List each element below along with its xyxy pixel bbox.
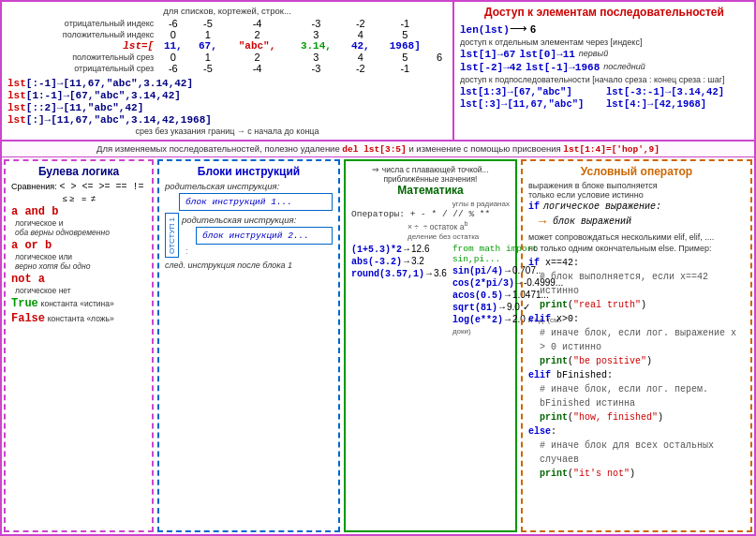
pos-slice-label: положительный срез [7, 52, 156, 63]
neg-idx-6: -1 [378, 18, 432, 29]
neg-index-label: отрицательный индекс [7, 18, 156, 29]
if-example: if логическое выражение: [528, 201, 745, 212]
ps-3: 2 [226, 52, 289, 63]
lst-v2: 67, [190, 40, 225, 52]
ns-5: -2 [343, 63, 378, 74]
pos-idx-6: 5 [378, 29, 432, 40]
ps-2: 1 [190, 52, 225, 63]
neg-idx-3: -4 [226, 18, 289, 29]
ns-3: -4 [226, 63, 289, 74]
pos-idx-5: 4 [343, 29, 378, 40]
ps-7: 6 [432, 52, 447, 63]
and-row: a and b логическое иоба верны одновремен… [11, 205, 146, 237]
top-section: для списков, кортежей, строк... отрицате… [2, 2, 754, 141]
lst-v5: 42, [343, 40, 378, 52]
blocks-title: Блоки инструкций [165, 165, 333, 178]
ex-r3: lst[:3]→[11,67,"abc"] [460, 98, 602, 110]
parent-instr-1: родительская инструкция: [165, 181, 333, 191]
elif-note: может сопровождаться несколькими elif, e… [528, 232, 745, 242]
or-row: a or b логическое иливерно хотя бы одно [11, 239, 146, 271]
ops-note: деление без остатка [408, 232, 510, 241]
len-example: len(lst)⟶ 6 [460, 22, 749, 36]
lst-v1: 11, [156, 40, 190, 52]
ex-r2: lst[-3:-1]→[3.14,42] [606, 86, 749, 97]
parent-instr-2: родительская инструкция: [182, 215, 333, 225]
after-block: след. инструкция после блока 1 [165, 261, 333, 270]
acc-ex1: lst[1]→67 [460, 49, 515, 60]
bottom-note: Для изменяемых последовательностей, поле… [2, 141, 754, 157]
main-container: для списков, кортежей, строк... отрицате… [0, 0, 756, 536]
left-examples: lst[:-1]→[11,67,"abc",3.14,42] lst[1:-1]… [7, 78, 447, 126]
ex-r4: lst[4:]→[42,1968] [606, 98, 749, 110]
neg-idx-1: -6 [156, 18, 190, 29]
sequence-left: для списков, кортежей, строк... отрицате… [2, 2, 454, 140]
blocks-inner: родительская инструкция: блок инструкций… [182, 213, 333, 258]
right-examples: lst[1:3]→[67,"abc"] lst[-3:-1]→[3.14,42]… [460, 86, 749, 110]
ex-left-1: lst[:-1]→[11,67,"abc",3.14,42] [7, 78, 447, 89]
seq-title: Доступ к элементам последовательностей [460, 6, 749, 19]
math-ex3: round(3.57,1)→3.6 [351, 268, 447, 279]
subseq-note: доступ к подпоследовательности [начало с… [460, 75, 749, 84]
block-2: блок инструкций 2... [196, 227, 333, 245]
access-note: доступ к отдельным элементам через [инде… [460, 37, 749, 47]
lst-v4: 3.14, [289, 40, 344, 52]
ex-left-2: lst[1:-1]→[67,"abc",3.14,42] [7, 90, 447, 101]
else-note: но только одним окончательным else. Прим… [528, 244, 745, 253]
conditional-section: Условный оператор выражения в блоке выпо… [521, 159, 752, 532]
acc-ex3: lst[-2]→42 [460, 62, 522, 73]
conditional-code: if x==42: # блок выполняется, если x==42… [528, 256, 745, 481]
ex-left-3: lst[::2]→[11,"abc",42] [7, 102, 447, 113]
index-table: отрицательный индекс -6 -5 -4 -3 -2 -1 п… [7, 18, 447, 74]
ops-symbols: × ÷ ÷ остаток ab [408, 220, 510, 231]
top-note: для списков, кортежей, строк... [7, 6, 447, 16]
lst-v6: 1968] [378, 40, 432, 52]
ops-label: Операторы: + - * / // % ** [351, 209, 510, 219]
not-row: not a логическое нет [11, 273, 146, 295]
comparisons-label: Сравнения: < > <= >= == != [11, 181, 146, 192]
comparisons-symbols: ≤ ≥ = ≠ [63, 194, 146, 203]
blocks-indent-wrapper: ОТСТУП 1 родительская инструкция: блок и… [165, 213, 333, 258]
ps-5: 4 [343, 52, 378, 63]
cond-desc: выражения в блоке выполняется только есл… [528, 181, 745, 200]
ps-4: 3 [289, 52, 344, 63]
angle-note: углы в радианах [351, 200, 510, 208]
element-access-examples2: lst[-2]→42 lst[-1]→1968 последний [460, 62, 749, 73]
blocks-section: Блоки инструкций родительская инструкция… [157, 159, 340, 532]
true-row: True константа «истина» [11, 297, 146, 310]
indent-label: ОТСТУП 1 [165, 213, 179, 258]
acc-first: первый [579, 49, 608, 60]
acc-ex2: lst[0]→11 [519, 49, 574, 60]
math-title: Математика [351, 184, 510, 197]
ex-left-4: lst[:]→[11,67,"abc",3.14,42,1968] [7, 114, 447, 126]
ns-1: -6 [156, 63, 190, 74]
ex-r1: lst[1:3]→[67,"abc"] [460, 86, 602, 97]
lst-label: lst=[ [7, 40, 156, 52]
acc-last: последний [603, 62, 645, 73]
bool-title: Булева логика [11, 165, 146, 178]
ps-6: 5 [378, 52, 432, 63]
math-left-col: (1+5.3)*2→12.6 abs(-3.2)→3.2 round(3.57,… [351, 243, 447, 336]
sequence-right: Доступ к элементам последовательностей l… [454, 2, 754, 140]
bottom-section: Булева логика Сравнения: < > <= >= == !=… [2, 157, 754, 534]
ns-6: -1 [378, 63, 432, 74]
pos-idx-4: 3 [289, 29, 344, 40]
block-example: → блок выражений [536, 214, 745, 229]
math-section: ⇒ числа с плавающей точкой... приближённ… [344, 159, 517, 532]
block-1: блок инструкций 1... [179, 193, 333, 211]
element-access-examples: lst[1]→67 lst[0]→11 первый [460, 49, 749, 60]
neg-idx-4: -3 [289, 18, 344, 29]
neg-slice-label: отрицательный срез [7, 63, 156, 74]
pos-idx-1: 0 [156, 29, 190, 40]
math-two-cols: (1+5.3)*2→12.6 abs(-3.2)→3.2 round(3.57,… [351, 243, 510, 336]
conditional-title: Условный оператор [528, 165, 745, 178]
bool-section: Булева логика Сравнения: < > <= >= == !=… [4, 159, 154, 532]
lst-v3: "abc", [226, 40, 289, 52]
false-row: False константа «ложь» [11, 312, 146, 325]
pos-idx-3: 2 [226, 29, 289, 40]
pos-idx-2: 1 [190, 29, 225, 40]
slice-note: срез без указания границ → с начала до к… [7, 127, 447, 136]
neg-idx-5: -2 [343, 18, 378, 29]
float-note: ⇒ числа с плавающей точкой... приближённ… [351, 165, 510, 184]
pos-index-label: положительный индекс [7, 29, 156, 40]
ns-4: -3 [289, 63, 344, 74]
